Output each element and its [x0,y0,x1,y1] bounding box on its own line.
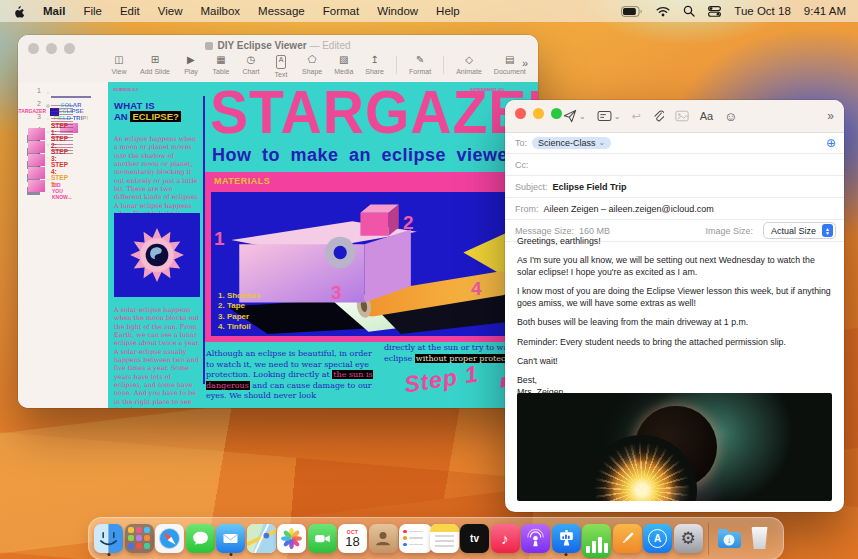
dock-icon-keynote[interactable] [552,522,581,556]
body-paragraph: Can't wait! [517,356,832,367]
battery-icon[interactable] [621,6,643,17]
toolbar-view-button[interactable]: ◫View [110,54,128,75]
dock-icon-launchpad[interactable] [125,522,154,556]
course-label: SCIENCE 4.2 [113,88,138,92]
eclipse-heading-line2[interactable]: AN ECLIPSE? [114,111,181,122]
dock: OCT18 tv ♪ A ⚙ ↓ [88,517,784,559]
dock-icon-mail[interactable] [216,522,245,556]
dock-icon-system-settings[interactable]: ⚙ [674,522,703,556]
toolbar-chart-button[interactable]: ◷Chart [242,54,260,75]
toolbar-share-button[interactable]: ↥Share [365,54,384,75]
dock-icon-facetime[interactable] [308,522,337,556]
to-field[interactable]: To: Science-Class⌄ ⊕ [505,132,844,154]
eclipse-attachment-image[interactable] [517,393,832,501]
sun-illustration[interactable] [114,213,200,297]
search-icon[interactable] [683,5,695,17]
slide-subtitle[interactable]: How to make an eclipse viewer! [212,145,538,166]
menu-view[interactable]: View [158,5,183,17]
slide-canvas[interactable]: SCIENCE 4.2 EXPERIMENT #11 WHAT IS AN EC… [108,82,538,408]
dock-icon-trash[interactable] [745,522,774,556]
menubar-date[interactable]: Tue Oct 18 [734,5,790,17]
subject-field[interactable]: Subject: Eclipse Field Trip [505,176,844,198]
dock-icon-contacts[interactable] [369,522,398,556]
dock-icon-safari[interactable] [155,522,184,556]
recipient-token[interactable]: Science-Class⌄ [532,137,611,149]
toolbar-table-button[interactable]: ▦Table [212,54,230,75]
dock-icon-numbers[interactable] [582,522,611,556]
slide-title[interactable]: STARGAZERS [210,82,538,147]
send-button[interactable]: ⌄ [563,109,586,123]
dock-icon-maps[interactable] [247,522,276,556]
mail-window-controls[interactable] [515,108,562,119]
material-item: 4. Tinfoil [218,322,261,333]
dock-icon-podcasts[interactable] [521,522,550,556]
dock-icon-finder[interactable] [94,522,123,556]
animate-icon: ◇ [465,54,473,66]
edited-label: — Edited [309,40,350,51]
control-center-icon[interactable] [708,6,721,17]
step-annotation[interactable]: Step 1 [402,360,480,398]
running-indicator [229,553,232,556]
attach-button[interactable] [652,109,664,123]
toolbar-shape-button[interactable]: ⬠Shape [302,54,322,75]
zoom-button[interactable] [551,108,562,119]
safety-paragraph-left[interactable]: Although an eclipse is beautiful, in ord… [206,349,378,402]
dock-divider [708,523,709,555]
mail-toolbar-overflow-button[interactable]: » [827,109,834,123]
dock-icon-tv[interactable]: tv [460,522,489,556]
music-note-icon: ♪ [501,530,509,547]
from-field[interactable]: From: Aileen Zeigen – aileen.zeigen@iclo… [505,198,844,220]
materials-box[interactable]: MATERIALS [205,172,538,342]
dock-icon-photos[interactable] [277,522,306,556]
mail-toolbar: ⌄ ⌄ ↩ Aa ☺ [563,100,737,132]
menu-file[interactable]: File [83,5,102,17]
menu-window[interactable]: Window [377,5,418,17]
insert-photo-button[interactable] [675,110,689,122]
toolbar-play-button[interactable]: ▶Play [182,54,200,75]
menu-help[interactable]: Help [436,5,460,17]
keynote-window-title: DIY Eclipse Viewer — Edited [18,40,538,51]
menu-app-name[interactable]: Mail [43,5,65,17]
eclipse-highlight: ECLIPSE? [130,111,180,122]
toolbar-text-button[interactable]: AText [272,54,290,78]
menubar-time[interactable]: 9:41 AM [804,5,846,17]
solar-eclipse-paragraph[interactable]: A solar eclipse happens when the moon bl… [114,306,200,408]
body-paragraph: Reminder: Every student needs to bring t… [517,337,832,348]
download-arrow-icon: ↓ [727,536,731,545]
dock-icon-reminders[interactable] [399,522,428,556]
minimize-button[interactable] [533,108,544,119]
dock-icon-messages[interactable] [186,522,215,556]
add-recipient-button[interactable]: ⊕ [826,137,836,149]
slide-thumbnail-1[interactable]: 1 SOLAR ECLIPSE FIELD TRIP! [32,87,108,95]
message-body[interactable]: Greetings, earthlings! As I'm sure you a… [517,236,832,406]
wifi-icon[interactable] [656,6,670,17]
close-button[interactable] [515,108,526,119]
dock-icon-notes[interactable] [430,522,459,556]
toolbar-media-button[interactable]: ▨Media [334,54,353,75]
apple-menu-icon[interactable] [12,4,25,19]
cc-field[interactable]: Cc: [505,154,844,176]
emoji-button[interactable]: ☺ [724,109,737,124]
menu-format[interactable]: Format [323,5,359,17]
toolbar-overflow-button[interactable]: » [522,57,528,69]
calendar-day: 18 [345,535,359,548]
dock-icon-music[interactable]: ♪ [491,522,520,556]
menu-message[interactable]: Message [258,5,305,17]
format-button[interactable]: Aa [700,110,713,122]
toolbar-format-button[interactable]: ✎Format [409,54,431,75]
toolbar-animate-button[interactable]: ◇Animate [456,54,482,75]
tv-label: tv [470,533,479,544]
reply-icon[interactable]: ↩ [631,110,640,123]
mail-titlebar[interactable]: ⌄ ⌄ ↩ Aa ☺ » [505,100,844,133]
header-fields-button[interactable]: ⌄ [597,110,621,122]
menu-edit[interactable]: Edit [120,5,140,17]
dock-icon-app-store[interactable]: A [643,522,672,556]
dock-icon-pages[interactable] [613,522,642,556]
keynote-titlebar[interactable]: DIY Eclipse Viewer — Edited ◫View ⊞Add S… [18,35,538,83]
eclipse-heading-line1[interactable]: WHAT IS [114,100,155,111]
dock-icon-downloads[interactable]: ↓ [715,522,744,556]
material-item: 1. Shoebox [218,291,261,302]
menu-mailbox[interactable]: Mailbox [200,5,240,17]
dock-icon-calendar[interactable]: OCT18 [338,522,367,556]
toolbar-add-slide-button[interactable]: ⊞Add Slide [140,54,170,75]
